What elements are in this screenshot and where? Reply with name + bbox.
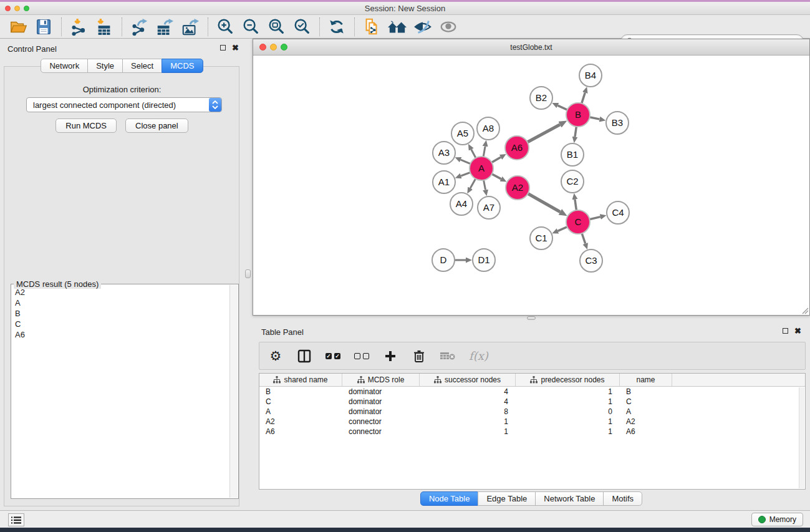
- table-cell[interactable]: 1: [516, 427, 620, 436]
- horizontal-split-divider[interactable]: [253, 316, 810, 321]
- close-panel-icon[interactable]: ✖: [232, 45, 239, 51]
- node-C1[interactable]: C1: [530, 227, 552, 249]
- tab-node-table[interactable]: Node Table: [420, 491, 479, 506]
- column-header-successor-nodes[interactable]: successor nodes: [420, 374, 516, 386]
- table-cell[interactable]: B: [620, 387, 672, 396]
- node-B2[interactable]: B2: [530, 87, 552, 109]
- table-cell[interactable]: dominator: [342, 387, 420, 396]
- tab-mcds[interactable]: MCDS: [162, 59, 203, 73]
- table-row[interactable]: Bdominator41B: [259, 387, 805, 397]
- table-cell[interactable]: 8: [420, 407, 516, 416]
- node-C3[interactable]: C3: [580, 249, 602, 272]
- select-all-button[interactable]: ✓✓: [325, 347, 340, 365]
- node-B4[interactable]: B4: [579, 64, 602, 87]
- node-A[interactable]: A: [470, 157, 493, 180]
- node-A2[interactable]: A2: [506, 176, 529, 200]
- table-cell[interactable]: 1: [420, 427, 516, 436]
- network-window-titlebar[interactable]: testGlobe.txt: [253, 39, 809, 56]
- save-session-icon[interactable]: [33, 17, 54, 37]
- table-row[interactable]: Cdominator41C: [259, 397, 805, 407]
- node-A5[interactable]: A5: [451, 122, 474, 145]
- show-all-icon[interactable]: [438, 17, 459, 37]
- column-header-predecessor-nodes[interactable]: predecessor nodes: [516, 374, 620, 386]
- add-column-button[interactable]: [383, 347, 398, 365]
- task-history-button[interactable]: [8, 513, 24, 526]
- mcds-result-item[interactable]: A2: [12, 287, 229, 297]
- node-C2[interactable]: C2: [561, 170, 584, 193]
- float-panel-icon[interactable]: [783, 328, 788, 334]
- export-network-icon[interactable]: [128, 17, 150, 37]
- tab-edge-table[interactable]: Edge Table: [478, 491, 536, 506]
- column-header-name[interactable]: name: [620, 374, 672, 386]
- table-cell[interactable]: B: [259, 387, 342, 396]
- table-row[interactable]: A6connector11A6: [259, 427, 805, 437]
- node-C[interactable]: C: [566, 210, 590, 234]
- node-A6[interactable]: A6: [505, 136, 529, 160]
- table-row[interactable]: A2connector11A2: [259, 417, 805, 427]
- table-cell[interactable]: A: [259, 407, 342, 416]
- tab-network[interactable]: Network: [41, 59, 88, 73]
- column-header-shared-name[interactable]: shared name: [259, 374, 342, 386]
- mcds-result-item[interactable]: B: [12, 308, 229, 319]
- tab-network-table[interactable]: Network Table: [535, 491, 604, 506]
- table-cell[interactable]: connector: [342, 427, 420, 436]
- table-cell[interactable]: 4: [420, 397, 516, 406]
- node-A7[interactable]: A7: [478, 196, 500, 219]
- table-cell[interactable]: A2: [259, 417, 342, 426]
- mcds-result-scrollbar[interactable]: [229, 285, 238, 498]
- node-A1[interactable]: A1: [433, 171, 455, 193]
- table-cell[interactable]: A6: [620, 427, 672, 436]
- function-builder-button[interactable]: f(x): [469, 347, 488, 365]
- node-A8[interactable]: A8: [477, 117, 499, 140]
- close-panel-icon[interactable]: ✖: [794, 328, 801, 334]
- table-settings-button[interactable]: ⚙: [268, 347, 283, 365]
- zoom-fit-icon[interactable]: [266, 17, 287, 37]
- node-table-scrollbar[interactable]: [799, 387, 804, 488]
- table-cell[interactable]: 1: [516, 417, 620, 426]
- network-canvas[interactable]: A5A8A3A1A4A7AA6A2BB2B4B3B1C2CC4C1C3DD1: [253, 56, 809, 315]
- resize-grip-icon[interactable]: [801, 307, 809, 314]
- export-image-icon[interactable]: [180, 17, 201, 37]
- copy-network-icon[interactable]: [361, 17, 382, 37]
- go-home-icon[interactable]: [387, 17, 408, 37]
- open-session-icon[interactable]: [7, 17, 29, 37]
- zoom-out-icon[interactable]: [240, 17, 261, 37]
- table-cell[interactable]: A: [620, 407, 672, 416]
- float-panel-icon[interactable]: [220, 45, 226, 51]
- vertical-split-divider[interactable]: [244, 39, 253, 510]
- deselect-all-button[interactable]: [354, 347, 369, 365]
- node-D[interactable]: D: [432, 249, 455, 271]
- memory-button[interactable]: Memory: [751, 513, 803, 526]
- zoom-selected-icon[interactable]: [291, 17, 312, 37]
- mcds-result-item[interactable]: A: [12, 297, 229, 308]
- tab-select[interactable]: Select: [122, 59, 162, 73]
- run-mcds-button[interactable]: Run MCDS: [55, 118, 117, 133]
- node-A4[interactable]: A4: [450, 193, 473, 215]
- criterion-select[interactable]: largest connected component (directed): [26, 97, 222, 112]
- table-cell[interactable]: connector: [342, 417, 420, 426]
- table-cell[interactable]: 1: [516, 397, 620, 406]
- table-cell[interactable]: C: [259, 397, 342, 406]
- tab-motifs[interactable]: Motifs: [603, 491, 642, 506]
- node-B3[interactable]: B3: [606, 112, 629, 134]
- export-table-icon[interactable]: [154, 17, 175, 37]
- table-cell[interactable]: C: [620, 397, 672, 406]
- import-network-icon[interactable]: [68, 17, 89, 37]
- import-table-icon[interactable]: [94, 17, 115, 37]
- column-header-MCDS-role[interactable]: MCDS role: [342, 374, 420, 386]
- mcds-result-item[interactable]: A6: [12, 329, 229, 340]
- node-B[interactable]: B: [566, 103, 590, 127]
- hide-selected-icon[interactable]: [412, 17, 433, 37]
- delete-column-button[interactable]: [412, 347, 427, 365]
- table-cell[interactable]: dominator: [342, 397, 420, 406]
- node-A3[interactable]: A3: [433, 142, 455, 164]
- table-cell[interactable]: dominator: [342, 407, 420, 416]
- divider-grip[interactable]: [527, 316, 536, 320]
- node-B1[interactable]: B1: [561, 143, 584, 166]
- table-cell[interactable]: A6: [259, 427, 342, 436]
- table-row[interactable]: Adominator80A: [259, 407, 805, 417]
- mcds-result-item[interactable]: C: [12, 319, 229, 329]
- table-cell[interactable]: 1: [420, 417, 516, 426]
- table-cell[interactable]: 0: [516, 407, 620, 416]
- node-C4[interactable]: C4: [607, 201, 629, 224]
